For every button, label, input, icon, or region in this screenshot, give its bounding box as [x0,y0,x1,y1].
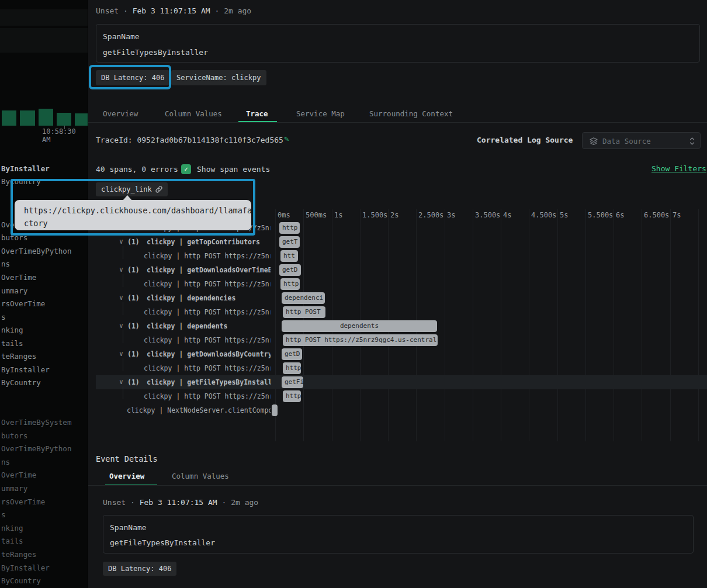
correlated-log-source-label: Correlated Log Source [477,136,573,144]
tab-surrounding-context[interactable]: Surrounding Context [369,109,453,118]
result-row-fragment[interactable]: teRanges [1,550,36,559]
separator-dot: · [123,6,128,15]
background-search-page: 10:58:30 AM ByInstallerByCountryOvebutor… [0,0,88,588]
span-duration-bar[interactable]: getD [279,264,301,276]
histogram-bar [75,113,88,126]
span-row-name: clickpy | http POST https://z5nrz [88,277,271,291]
span-duration-bar[interactable]: http POST [283,306,325,318]
span-row[interactable]: ∨(1)clickpy | getFileTypesByInstallerget… [88,375,707,389]
tab-column-values[interactable]: Column Values [165,109,222,118]
span-duration-bar[interactable]: http [279,222,300,234]
result-row-fragment[interactable]: s [1,313,6,321]
result-row-fragment[interactable]: teRanges [1,352,36,361]
result-row-fragment[interactable]: OverTimeByPython [1,247,71,255]
show-span-events-checkbox[interactable]: ✓ [181,164,191,174]
data-source-select[interactable]: Data Source [582,132,701,149]
result-row-fragment[interactable]: OverTimeByPython [1,444,71,453]
data-source-placeholder: Data Source [602,133,651,150]
span-row[interactable]: ∨(1)clickpy | getTopContributorsgetT [88,235,707,249]
timeline-tick-label: 0ms [278,211,290,219]
span-duration-bar[interactable] [272,404,278,416]
result-row-fragment[interactable]: OverTime [1,273,36,282]
span-name-text: clickpy | getFileTypesByInstaller [147,375,271,389]
span-duration-bar[interactable]: getFi [282,376,303,388]
span-row[interactable]: clickpy | http POST https://z5nrzhttp PO… [88,305,707,319]
span-duration-bar[interactable]: htt [280,250,298,262]
show-filters-link[interactable]: Show Filters [651,164,706,173]
result-row-fragment[interactable]: ummary [1,484,27,493]
span-event-count: (1) [127,375,140,389]
span-row[interactable]: clickpy | http POST https://z5nrzhttp [88,277,707,291]
result-row-fragment[interactable]: ByInstaller [1,365,50,374]
span-duration-bar[interactable]: http [283,362,301,374]
span-duration-bar[interactable]: http [280,278,300,290]
result-row-fragment[interactable]: ByInstaller [1,164,50,173]
result-row-fragment[interactable]: rsOverTime [1,299,45,308]
span-duration-bar[interactable]: dependenci [282,292,325,304]
span-name-label: SpanName [110,523,147,532]
separator-dot: · [222,498,227,507]
result-row-fragment[interactable]: OverTimeBySystem [1,418,71,427]
result-row-fragment[interactable]: rsOverTime [1,497,45,506]
result-row-fragment[interactable]: ByInstaller [1,563,50,572]
result-row-fragment[interactable]: ByCountry [1,576,41,585]
event-details-tab-column-values[interactable]: Column Values [172,472,229,480]
timeline-tick-label: 2s [390,211,398,219]
event-details-tab-overview[interactable]: Overview [109,472,144,480]
event-timestamp: Feb 3 11:07:15 AM [133,6,210,15]
select-chevrons-icon [689,137,695,146]
span-row[interactable]: clickpy | NextNodeServer.clientCompone [88,403,707,417]
timeline-tick-label: 1.500s [362,211,387,219]
result-row-fragment[interactable]: ummary [1,286,27,295]
span-row[interactable]: ∨(1)clickpy | dependentsdependents [88,319,707,333]
span-name-text: clickpy | http POST https://z5nrz [144,277,271,291]
span-row[interactable]: clickpy | http POST https://z5nrzhttp [88,389,707,403]
service-name-badge[interactable]: ServiceName: clickpy [171,70,266,85]
span-row[interactable]: ∨(1)clickpy | dependenciesdependenci [88,291,707,305]
result-row-fragment[interactable]: OverTime [1,471,36,479]
result-row-fragment[interactable]: ns [1,458,10,466]
span-duration-bar[interactable]: getD [282,348,302,360]
link-url-tooltip: https://clickpy.clickhouse.com/dashboard… [15,200,251,230]
tab-trace[interactable]: Trace [246,109,268,118]
span-name-text: clickpy | http POST https://z5nrz [144,333,271,347]
timeline-tick-label: 5s [560,211,568,219]
span-row[interactable]: clickpy | http POST https://z5nrzhttp [88,361,707,375]
event-details-span-name-card: SpanName getFileTypesByInstaller [103,515,694,554]
tab-service-map[interactable]: Service Map [296,109,345,118]
span-row[interactable]: clickpy | http POST https://z5nrzhttp PO… [88,333,707,347]
result-row-fragment[interactable]: tails [1,339,23,348]
span-row[interactable]: ∨(1)clickpy | getDownloadsOverTimeBySget… [88,263,707,277]
event-details-db-latency-badge[interactable]: DB Latency: 406 [103,562,176,576]
span-row[interactable]: ∨(1)clickpy | getDownloadsByCountrygetD [88,347,707,361]
tab-overview[interactable]: Overview [103,109,138,118]
result-row-fragment[interactable]: ns [1,260,10,268]
trace-id-text: TraceId: 0952fad0b67b114138fc110f3c7ed56… [96,136,283,144]
span-duration-bar[interactable]: http [283,390,301,402]
edit-trace-id-icon[interactable]: ✎ [284,134,289,143]
span-name-text: clickpy | http POST https://z5nrz [144,361,271,375]
event-details-tabs-divider [88,485,707,486]
result-row-fragment[interactable]: nking [1,326,23,334]
result-row-fragment[interactable]: ByCountry [1,378,41,387]
span-event-count: (1) [127,347,140,361]
trace-waterfall: 0ms500ms1s1.500s2s2.500s3s3.500s4s4.500s… [88,208,707,441]
event-timestamp: Feb 3 11:07:15 AM [140,498,217,507]
span-name-text: clickpy | http POST https://z5nrz [144,389,271,403]
span-event-count: (1) [127,263,140,277]
span-duration-bar[interactable]: getT [279,236,300,248]
span-duration-bar[interactable]: dependents [282,320,437,332]
span-row[interactable]: clickpy | http POST https://z5nrzhtt [88,249,707,263]
span-duration-bar[interactable]: http POST https://z5nrz9qgc4.us-central [283,334,438,346]
result-row-fragment[interactable]: s [1,510,6,519]
timeline-tick-label: 2.500s [418,211,443,219]
event-header-line: Unset · Feb 3 11:07:15 AM · 2m ago [96,6,251,15]
result-row-fragment[interactable]: butors [1,431,27,440]
timeline-tick-label: 500ms [306,211,327,219]
result-row-fragment[interactable]: nking [1,524,23,532]
span-row-name: clickpy | http POST https://z5nrz [88,361,271,375]
result-row-fragment[interactable]: tails [1,537,23,545]
show-span-events-label[interactable]: Show span events [197,165,270,174]
separator-dot: · [130,498,135,507]
tooltip-url-line1: https://clickpy.clickhouse.com/dashboard… [24,204,242,217]
